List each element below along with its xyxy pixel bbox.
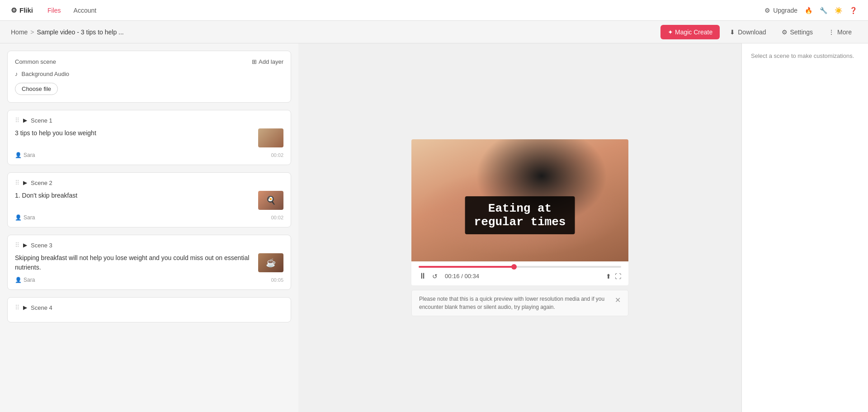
more-button[interactable]: ⋮ More <box>823 25 857 39</box>
help-icon: ❓ <box>849 7 857 14</box>
progress-track[interactable] <box>419 266 621 268</box>
common-scene-card: Common scene ⊞ Add layer ♪ Background Au… <box>7 51 291 103</box>
progress-bar-container <box>419 266 621 268</box>
time-display: 00:16 / 00:34 <box>445 273 479 279</box>
progress-fill <box>419 266 514 268</box>
choose-file-button[interactable]: Choose file <box>15 83 58 95</box>
video-overlay: Eating at regular times <box>465 196 575 234</box>
tools-icon: 🔧 <box>820 7 827 14</box>
gear-icon: ⚙ <box>11 6 17 14</box>
scene-2-footer: 👤 Sara 00:02 <box>15 214 283 221</box>
scene-3-text: Skipping breakfast will not help you los… <box>15 253 253 272</box>
video-controls: ⏸ ↺ 00:16 / 00:34 ⬆ ⛶ <box>411 261 628 285</box>
video-container: Eating at regular times ⏸ ↺ <box>411 139 628 316</box>
notice-close-button[interactable]: ✕ <box>615 295 621 306</box>
scene-1-footer: 👤 Sara 00:02 <box>15 152 283 158</box>
scene-3-footer: 👤 Sara 00:05 <box>15 277 283 283</box>
left-panel: Common scene ⊞ Add layer ♪ Background Au… <box>0 43 298 412</box>
more-icon: ⋮ <box>828 28 835 36</box>
breadcrumb-current: Sample video - 3 tips to help ... <box>37 28 124 36</box>
video-preview: Eating at regular times <box>411 139 628 261</box>
scene-3-header: ⠿ ▶ Scene 3 <box>15 242 283 249</box>
theme-icon: ☀️ <box>835 7 842 14</box>
drag-handle-icon[interactable]: ⠿ <box>15 179 19 186</box>
scene-4-name: Scene 4 <box>31 304 52 311</box>
settings-button[interactable]: ⚙ Settings <box>776 25 819 39</box>
scene-3-duration: 00:05 <box>271 277 283 283</box>
scene-card-1[interactable]: ⠿ ▶ Scene 1 3 tips to help you lose weig… <box>7 110 291 165</box>
scene-1-body: 3 tips to help you lose weight <box>15 128 283 147</box>
scene-play-icon: ▶ <box>23 304 27 311</box>
drag-handle-icon[interactable]: ⠿ <box>15 117 19 124</box>
share-button[interactable]: ⬆ <box>606 273 611 280</box>
nav-account[interactable]: Account <box>68 4 102 17</box>
scene-3-avatar-name: Sara <box>24 277 35 283</box>
scene-2-body: 1. Don't skip breakfast 🍳 <box>15 191 283 210</box>
tools-button[interactable]: 🔧 <box>820 7 827 14</box>
avatar-icon: 👤 <box>15 152 22 158</box>
bg-audio-label: Background Audio <box>22 71 70 77</box>
current-time: 00:16 <box>445 273 460 279</box>
scene-1-avatar: 👤 Sara <box>15 152 35 158</box>
scene-3-thumbnail: ☕ <box>258 253 283 272</box>
fullscreen-button[interactable]: ⛶ <box>615 273 621 280</box>
breadcrumb-actions: ✦ Magic Create ⬇ Download ⚙ Settings ⋮ M… <box>660 25 857 39</box>
flame-button[interactable]: 🔥 <box>805 7 812 14</box>
scene-2-name: Scene 2 <box>31 180 52 186</box>
scene-card-3[interactable]: ⠿ ▶ Scene 3 Skipping breakfast will not … <box>7 235 291 290</box>
flame-icon: 🔥 <box>805 7 812 14</box>
scene-1-duration: 00:02 <box>271 152 283 158</box>
scene-1-header: ⠿ ▶ Scene 1 <box>15 117 283 124</box>
scene-2-avatar-name: Sara <box>24 214 35 221</box>
nav-files[interactable]: Files <box>42 4 66 17</box>
center-panel: Eating at regular times ⏸ ↺ <box>298 43 741 412</box>
upgrade-button[interactable]: ⚙ Upgrade <box>764 7 797 14</box>
notice-text: Please note that this is a quick preview… <box>419 295 609 311</box>
notice-bar: Please note that this is a quick preview… <box>411 290 628 316</box>
ctrl-right: ⬆ ⛶ <box>606 273 621 280</box>
video-wrapper: Eating at regular times ⏸ ↺ <box>306 51 734 405</box>
scene-4-header: ⠿ ▶ Scene 4 <box>15 304 283 311</box>
scene-1-avatar-name: Sara <box>24 152 35 158</box>
scene-play-icon: ▶ <box>23 242 27 248</box>
breadcrumb-bar: Home > Sample video - 3 tips to help ...… <box>0 21 868 43</box>
breadcrumb: Home > Sample video - 3 tips to help ... <box>11 28 124 36</box>
scene-1-thumbnail <box>258 128 283 147</box>
main-layout: Common scene ⊞ Add layer ♪ Background Au… <box>0 43 868 412</box>
breadcrumb-separator: > <box>30 28 34 36</box>
help-button[interactable]: ❓ <box>849 7 857 14</box>
nav-links: Files Account <box>42 4 102 17</box>
nav-right-actions: ⚙ Upgrade 🔥 🔧 ☀️ ❓ <box>764 7 857 14</box>
right-panel: Select a scene to make customizations. <box>741 43 868 412</box>
breadcrumb-home[interactable]: Home <box>11 28 28 36</box>
theme-button[interactable]: ☀️ <box>835 7 842 14</box>
scene-3-body: Skipping breakfast will not help you los… <box>15 253 283 272</box>
drag-handle-icon[interactable]: ⠿ <box>15 242 19 249</box>
scene-3-name: Scene 3 <box>31 242 52 249</box>
scene-card-4[interactable]: ⠿ ▶ Scene 4 <box>7 297 291 322</box>
avatar-icon: 👤 <box>15 214 22 221</box>
scene-card-2[interactable]: ⠿ ▶ Scene 2 1. Don't skip breakfast 🍳 👤 … <box>7 172 291 227</box>
overlay-line1: Eating at <box>474 202 566 215</box>
right-panel-empty-message: Select a scene to make customizations. <box>751 52 854 59</box>
logo-text: Fliki <box>19 6 33 14</box>
scene-2-thumbnail: 🍳 <box>258 191 283 210</box>
scene-play-icon: ▶ <box>23 117 27 123</box>
add-layer-button[interactable]: ⊞ Add layer <box>252 58 283 65</box>
drag-handle-icon[interactable]: ⠿ <box>15 304 19 311</box>
settings-icon: ⚙ <box>782 28 788 36</box>
common-scene-title: Common scene <box>15 58 56 65</box>
rewind-button[interactable]: ↺ <box>432 273 438 280</box>
progress-thumb <box>511 264 517 270</box>
scene-2-text: 1. Don't skip breakfast <box>15 191 253 200</box>
magic-create-button[interactable]: ✦ Magic Create <box>660 25 720 39</box>
total-time: 00:34 <box>464 273 479 279</box>
pause-button[interactable]: ⏸ <box>419 271 427 281</box>
scene-2-avatar: 👤 Sara <box>15 214 35 221</box>
download-button[interactable]: ⬇ Download <box>724 25 771 39</box>
layers-icon: ⊞ <box>252 58 257 65</box>
overlay-line2: regular times <box>474 215 566 229</box>
scene-2-duration: 00:02 <box>271 215 283 220</box>
app-logo[interactable]: ⚙ Fliki <box>11 6 33 14</box>
controls-row: ⏸ ↺ 00:16 / 00:34 ⬆ ⛶ <box>419 271 621 281</box>
